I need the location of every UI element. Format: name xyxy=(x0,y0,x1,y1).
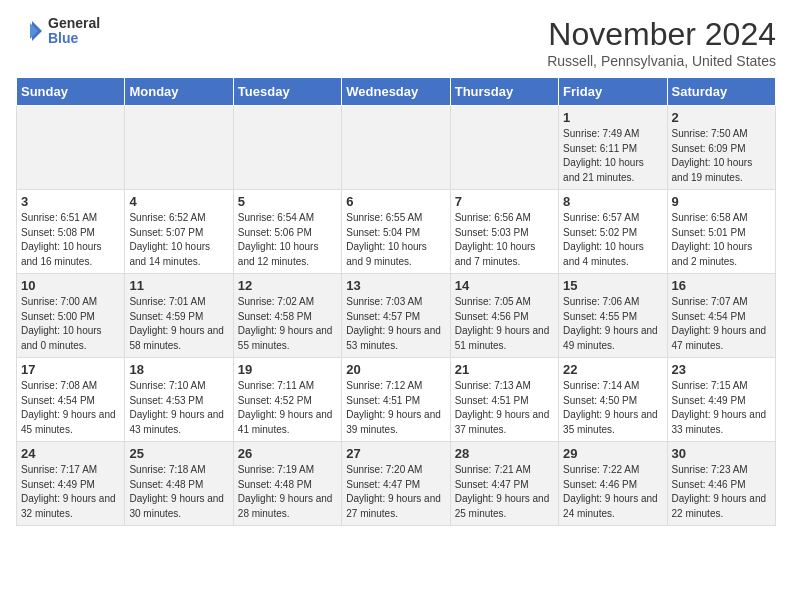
calendar-week-3: 10Sunrise: 7:00 AM Sunset: 5:00 PM Dayli… xyxy=(17,274,776,358)
calendar-cell: 16Sunrise: 7:07 AM Sunset: 4:54 PM Dayli… xyxy=(667,274,775,358)
day-info: Sunrise: 7:18 AM Sunset: 4:48 PM Dayligh… xyxy=(129,463,228,521)
day-info: Sunrise: 6:56 AM Sunset: 5:03 PM Dayligh… xyxy=(455,211,554,269)
day-number: 30 xyxy=(672,446,771,461)
day-number: 14 xyxy=(455,278,554,293)
calendar-cell: 15Sunrise: 7:06 AM Sunset: 4:55 PM Dayli… xyxy=(559,274,667,358)
day-number: 2 xyxy=(672,110,771,125)
day-number: 11 xyxy=(129,278,228,293)
day-number: 26 xyxy=(238,446,337,461)
calendar-cell: 26Sunrise: 7:19 AM Sunset: 4:48 PM Dayli… xyxy=(233,442,341,526)
calendar-cell: 18Sunrise: 7:10 AM Sunset: 4:53 PM Dayli… xyxy=(125,358,233,442)
day-info: Sunrise: 7:13 AM Sunset: 4:51 PM Dayligh… xyxy=(455,379,554,437)
calendar-cell: 21Sunrise: 7:13 AM Sunset: 4:51 PM Dayli… xyxy=(450,358,558,442)
logo-icon xyxy=(16,17,44,45)
day-info: Sunrise: 7:15 AM Sunset: 4:49 PM Dayligh… xyxy=(672,379,771,437)
day-number: 6 xyxy=(346,194,445,209)
day-info: Sunrise: 6:58 AM Sunset: 5:01 PM Dayligh… xyxy=(672,211,771,269)
day-info: Sunrise: 6:52 AM Sunset: 5:07 PM Dayligh… xyxy=(129,211,228,269)
day-info: Sunrise: 7:05 AM Sunset: 4:56 PM Dayligh… xyxy=(455,295,554,353)
day-info: Sunrise: 7:03 AM Sunset: 4:57 PM Dayligh… xyxy=(346,295,445,353)
calendar-cell: 5Sunrise: 6:54 AM Sunset: 5:06 PM Daylig… xyxy=(233,190,341,274)
calendar-cell xyxy=(17,106,125,190)
day-number: 5 xyxy=(238,194,337,209)
day-info: Sunrise: 7:10 AM Sunset: 4:53 PM Dayligh… xyxy=(129,379,228,437)
calendar-cell: 12Sunrise: 7:02 AM Sunset: 4:58 PM Dayli… xyxy=(233,274,341,358)
logo-text: General Blue xyxy=(48,16,100,47)
header-thursday: Thursday xyxy=(450,78,558,106)
day-info: Sunrise: 7:22 AM Sunset: 4:46 PM Dayligh… xyxy=(563,463,662,521)
day-number: 19 xyxy=(238,362,337,377)
calendar-week-2: 3Sunrise: 6:51 AM Sunset: 5:08 PM Daylig… xyxy=(17,190,776,274)
logo: General Blue xyxy=(16,16,100,47)
header: General Blue November 2024 Russell, Penn… xyxy=(16,16,776,69)
calendar-header-row: SundayMondayTuesdayWednesdayThursdayFrid… xyxy=(17,78,776,106)
day-number: 23 xyxy=(672,362,771,377)
day-info: Sunrise: 6:55 AM Sunset: 5:04 PM Dayligh… xyxy=(346,211,445,269)
day-number: 22 xyxy=(563,362,662,377)
day-number: 4 xyxy=(129,194,228,209)
calendar-cell: 27Sunrise: 7:20 AM Sunset: 4:47 PM Dayli… xyxy=(342,442,450,526)
day-number: 16 xyxy=(672,278,771,293)
month-title: November 2024 xyxy=(547,16,776,53)
location-text: Russell, Pennsylvania, United States xyxy=(547,53,776,69)
header-sunday: Sunday xyxy=(17,78,125,106)
header-tuesday: Tuesday xyxy=(233,78,341,106)
day-info: Sunrise: 7:49 AM Sunset: 6:11 PM Dayligh… xyxy=(563,127,662,185)
calendar-cell: 17Sunrise: 7:08 AM Sunset: 4:54 PM Dayli… xyxy=(17,358,125,442)
calendar-table: SundayMondayTuesdayWednesdayThursdayFrid… xyxy=(16,77,776,526)
calendar-cell xyxy=(233,106,341,190)
calendar-cell: 9Sunrise: 6:58 AM Sunset: 5:01 PM Daylig… xyxy=(667,190,775,274)
day-info: Sunrise: 6:51 AM Sunset: 5:08 PM Dayligh… xyxy=(21,211,120,269)
day-number: 3 xyxy=(21,194,120,209)
calendar-cell: 7Sunrise: 6:56 AM Sunset: 5:03 PM Daylig… xyxy=(450,190,558,274)
calendar-week-1: 1Sunrise: 7:49 AM Sunset: 6:11 PM Daylig… xyxy=(17,106,776,190)
day-number: 25 xyxy=(129,446,228,461)
calendar-cell: 4Sunrise: 6:52 AM Sunset: 5:07 PM Daylig… xyxy=(125,190,233,274)
day-info: Sunrise: 7:21 AM Sunset: 4:47 PM Dayligh… xyxy=(455,463,554,521)
day-info: Sunrise: 7:01 AM Sunset: 4:59 PM Dayligh… xyxy=(129,295,228,353)
calendar-cell: 10Sunrise: 7:00 AM Sunset: 5:00 PM Dayli… xyxy=(17,274,125,358)
calendar-week-5: 24Sunrise: 7:17 AM Sunset: 4:49 PM Dayli… xyxy=(17,442,776,526)
calendar-cell: 1Sunrise: 7:49 AM Sunset: 6:11 PM Daylig… xyxy=(559,106,667,190)
day-number: 28 xyxy=(455,446,554,461)
day-number: 1 xyxy=(563,110,662,125)
header-wednesday: Wednesday xyxy=(342,78,450,106)
calendar-cell: 20Sunrise: 7:12 AM Sunset: 4:51 PM Dayli… xyxy=(342,358,450,442)
day-info: Sunrise: 7:08 AM Sunset: 4:54 PM Dayligh… xyxy=(21,379,120,437)
day-info: Sunrise: 7:11 AM Sunset: 4:52 PM Dayligh… xyxy=(238,379,337,437)
calendar-cell xyxy=(342,106,450,190)
day-number: 7 xyxy=(455,194,554,209)
day-number: 20 xyxy=(346,362,445,377)
calendar-cell: 24Sunrise: 7:17 AM Sunset: 4:49 PM Dayli… xyxy=(17,442,125,526)
day-number: 24 xyxy=(21,446,120,461)
day-info: Sunrise: 7:19 AM Sunset: 4:48 PM Dayligh… xyxy=(238,463,337,521)
day-number: 29 xyxy=(563,446,662,461)
day-number: 21 xyxy=(455,362,554,377)
calendar-cell: 6Sunrise: 6:55 AM Sunset: 5:04 PM Daylig… xyxy=(342,190,450,274)
calendar-cell xyxy=(125,106,233,190)
header-saturday: Saturday xyxy=(667,78,775,106)
calendar-cell: 25Sunrise: 7:18 AM Sunset: 4:48 PM Dayli… xyxy=(125,442,233,526)
day-number: 18 xyxy=(129,362,228,377)
calendar-cell: 28Sunrise: 7:21 AM Sunset: 4:47 PM Dayli… xyxy=(450,442,558,526)
calendar-cell: 11Sunrise: 7:01 AM Sunset: 4:59 PM Dayli… xyxy=(125,274,233,358)
day-info: Sunrise: 7:17 AM Sunset: 4:49 PM Dayligh… xyxy=(21,463,120,521)
day-info: Sunrise: 7:20 AM Sunset: 4:47 PM Dayligh… xyxy=(346,463,445,521)
day-number: 17 xyxy=(21,362,120,377)
day-number: 9 xyxy=(672,194,771,209)
calendar-cell: 8Sunrise: 6:57 AM Sunset: 5:02 PM Daylig… xyxy=(559,190,667,274)
day-info: Sunrise: 7:00 AM Sunset: 5:00 PM Dayligh… xyxy=(21,295,120,353)
day-info: Sunrise: 7:06 AM Sunset: 4:55 PM Dayligh… xyxy=(563,295,662,353)
day-number: 15 xyxy=(563,278,662,293)
calendar-cell: 13Sunrise: 7:03 AM Sunset: 4:57 PM Dayli… xyxy=(342,274,450,358)
header-monday: Monday xyxy=(125,78,233,106)
calendar-cell: 30Sunrise: 7:23 AM Sunset: 4:46 PM Dayli… xyxy=(667,442,775,526)
calendar-cell: 29Sunrise: 7:22 AM Sunset: 4:46 PM Dayli… xyxy=(559,442,667,526)
header-friday: Friday xyxy=(559,78,667,106)
day-number: 27 xyxy=(346,446,445,461)
logo-general-text: General xyxy=(48,16,100,31)
day-info: Sunrise: 7:12 AM Sunset: 4:51 PM Dayligh… xyxy=(346,379,445,437)
logo-blue-text: Blue xyxy=(48,31,100,46)
calendar-cell: 19Sunrise: 7:11 AM Sunset: 4:52 PM Dayli… xyxy=(233,358,341,442)
day-number: 12 xyxy=(238,278,337,293)
